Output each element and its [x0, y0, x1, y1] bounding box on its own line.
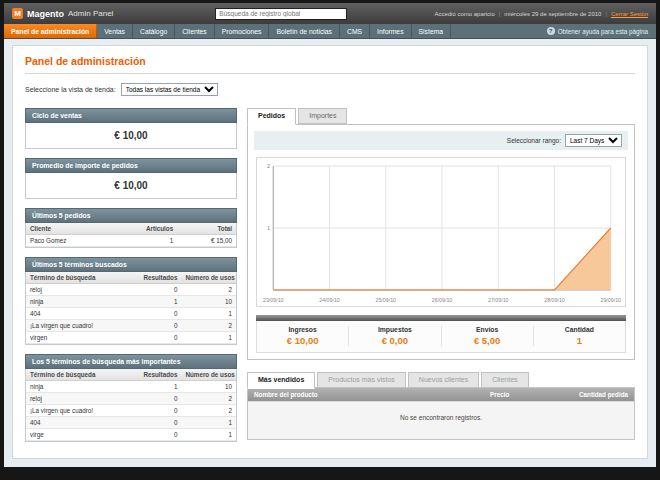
store-view-select[interactable]: Todas las vistas de tienda [121, 83, 218, 96]
global-search-input[interactable] [215, 8, 347, 20]
nav-item[interactable]: Panel de administración [4, 24, 97, 38]
dashboard-tabs: PedidosImportes [247, 108, 635, 124]
range-bar: Seleccionar rango: Last 7 Days [254, 131, 628, 150]
table-cell: 0 [137, 308, 181, 320]
header-account-area: Accedió como aparicio | miércoles 29 de … [434, 11, 648, 17]
table-cell: € 15,00 [177, 235, 236, 247]
last-orders-table: ClienteArtículosTotalPaco Gomez1€ 15,00 [26, 223, 236, 247]
table-cell: 1 [181, 308, 236, 320]
orders-chart: 1223/09/1024/09/1025/09/1026/09/1027/09/… [256, 157, 626, 307]
column-header: Artículos [127, 223, 177, 235]
nav-item[interactable]: Catálogo [133, 24, 175, 38]
table-cell: 0 [137, 393, 181, 405]
nav-item[interactable]: Clientes [175, 24, 215, 38]
admin-page: M Magento Admin Panel Accedió como apari… [4, 3, 656, 467]
dashboard-total: Ingresos€ 10,00 [257, 326, 348, 346]
total-label: Cantidad [534, 326, 625, 333]
dashboard-tab[interactable]: Importes [298, 108, 347, 124]
logo-text: Magento [27, 9, 64, 19]
products-tab[interactable]: Productos más vistos [317, 372, 406, 388]
box-title: Promedio de importe de pedidos [25, 158, 237, 173]
total-label: Impuestos [349, 326, 440, 333]
average-order-box: Promedio de importe de pedidos € 10,00 [25, 158, 237, 199]
dashboard-tab[interactable]: Pedidos [247, 108, 296, 125]
table-row[interactable]: virgen01 [26, 332, 236, 344]
table-cell: 2 [181, 284, 236, 296]
table-cell: 0 [137, 417, 181, 429]
total-label: Envíos [442, 326, 533, 333]
products-tab[interactable]: Nuevos clientes [408, 372, 479, 388]
nav-item[interactable]: Ventas [97, 24, 133, 38]
products-tabs: Más vendidosProductos más vistosNuevos c… [247, 372, 635, 388]
table-cell: 0 [137, 284, 181, 296]
table-row[interactable]: ¡La virgen que cuadro!02 [26, 405, 236, 417]
column-header: Resultados [137, 369, 181, 381]
table-row[interactable]: reloj02 [26, 393, 236, 405]
total-label: Ingresos [257, 326, 348, 333]
table-row[interactable]: ninja110 [26, 296, 236, 308]
column-header: Término de búsqueda [26, 369, 137, 381]
table-row[interactable]: 40401 [26, 308, 236, 320]
table-row[interactable]: ¡La virgen que cuadro!02 [26, 320, 236, 332]
magento-logo: M Magento Admin Panel [12, 8, 113, 19]
range-select[interactable]: Last 7 Days [565, 134, 622, 147]
table-cell: 1 [181, 429, 236, 441]
last-orders-box: Últimos 5 pedidos ClienteArtículosTotalP… [25, 208, 237, 248]
table-cell: 404 [26, 417, 137, 429]
table-row[interactable]: virge01 [26, 429, 236, 441]
column-header: Número de usos [181, 369, 236, 381]
table-cell: ninja [26, 381, 137, 393]
dashboard-total: Impuestos€ 0,00 [348, 326, 440, 346]
column-header: Nombre del producto [248, 388, 484, 401]
table-cell: virgen [26, 332, 137, 344]
table-cell: 0 [137, 320, 181, 332]
average-order-value: € 10,00 [26, 173, 236, 198]
products-tab[interactable]: Más vendidos [247, 372, 315, 389]
nav-item[interactable]: Sistema [412, 24, 452, 38]
table-cell: 1 [181, 417, 236, 429]
svg-text:2: 2 [267, 163, 270, 169]
store-view-switcher: Seleccione la vista de tienda: Todas las… [25, 83, 635, 96]
box-title: Últimos 5 términos buscados [25, 257, 237, 272]
dashboard-total: Cantidad1 [533, 326, 625, 346]
header-date: miércoles 29 de septiembre de 2010 [504, 11, 601, 17]
lifetime-sales-value: € 10,00 [26, 123, 236, 148]
store-view-label: Seleccione la vista de tienda: [25, 86, 116, 93]
table-cell: 0 [137, 332, 181, 344]
nav-item[interactable]: Informes [370, 24, 411, 38]
nav-item[interactable]: CMS [340, 24, 370, 38]
table-cell: Paco Gomez [26, 235, 127, 247]
table-cell: reloj [26, 284, 137, 296]
grid-empty-message: No se encontraron registros. [248, 401, 634, 439]
total-value: € 0,00 [349, 335, 440, 346]
logo-subtitle: Admin Panel [68, 9, 113, 18]
table-row[interactable]: ninja110 [26, 381, 236, 393]
svg-text:25/09/10: 25/09/10 [375, 297, 396, 303]
column-header: Total [177, 223, 236, 235]
orders-chart-svg: 1223/09/1024/09/1025/09/1026/09/1027/09/… [257, 158, 625, 306]
nav-item[interactable]: Promociones [215, 24, 270, 38]
table-cell: 0 [137, 429, 181, 441]
table-cell: 0 [137, 405, 181, 417]
nav-item[interactable]: Boletín de noticias [269, 24, 340, 38]
totals-row: Ingresos€ 10,00Impuestos€ 0,00Envíos€ 5,… [256, 321, 626, 353]
content-background: Panel de administración Seleccione la vi… [4, 39, 656, 459]
table-cell: 10 [181, 381, 236, 393]
total-value: € 5,00 [442, 335, 533, 346]
logout-link[interactable]: Cerrar Sesión [611, 11, 648, 17]
dashboard-total: Envíos€ 5,00 [441, 326, 533, 346]
total-value: 1 [534, 335, 625, 346]
products-grid: Nombre del productoPrecioCantidad pedida… [247, 387, 635, 440]
table-row[interactable]: reloj02 [26, 284, 236, 296]
column-header: Precio [484, 388, 554, 401]
page-title: Panel de administración [25, 50, 635, 74]
svg-text:27/09/10: 27/09/10 [488, 297, 509, 303]
help-link[interactable]: ? Obtener ayuda para esta página [547, 24, 656, 38]
box-title: Los 5 términos de búsqueda más important… [25, 354, 237, 369]
products-tab[interactable]: Clientes [481, 372, 528, 388]
orders-panel: Seleccionar rango: Last 7 Days 1223/09/1… [247, 124, 635, 360]
table-row[interactable]: 40401 [26, 417, 236, 429]
table-cell: 404 [26, 308, 137, 320]
table-row[interactable]: Paco Gomez1€ 15,00 [26, 235, 236, 247]
table-cell: 2 [181, 405, 236, 417]
